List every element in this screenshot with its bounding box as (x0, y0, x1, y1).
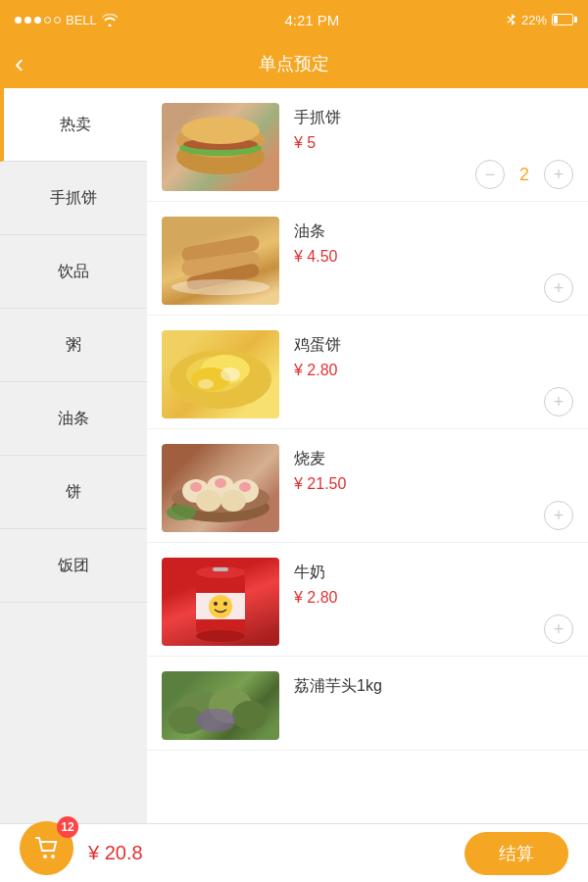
food-list: 手抓饼 ¥ 5 − 2 + (147, 88, 588, 823)
food-item-shouzhuabing: 手抓饼 ¥ 5 − 2 + (147, 88, 588, 202)
increase-btn-niunai[interactable]: + (544, 614, 573, 644)
bluetooth-icon (507, 13, 516, 26)
food-name-shouzhuabing: 手抓饼 (294, 108, 573, 128)
svg-point-29 (239, 482, 251, 492)
food-price-shaomai: ¥ 21.50 (294, 475, 573, 493)
sidebar-label-yinpin: 饮品 (58, 262, 89, 282)
food-info-lipu: 荔浦芋头1kg (294, 671, 573, 740)
svg-point-37 (209, 595, 232, 618)
cart-badge: 12 (57, 816, 78, 838)
sidebar-item-yinpin[interactable]: 饮品 (0, 235, 147, 309)
sidebar-item-bing[interactable]: 饼 (0, 456, 147, 529)
svg-point-48 (196, 709, 235, 732)
food-name-niunai: 牛奶 (294, 563, 573, 583)
food-name-youtiao: 油条 (294, 221, 573, 242)
svg-point-46 (232, 701, 268, 730)
svg-point-28 (215, 478, 226, 488)
food-item-jidanbing: 鸡蛋饼 ¥ 2.80 + (147, 316, 588, 429)
header: ‹ 单点预定 (0, 39, 588, 88)
food-image-lipu (162, 671, 279, 740)
food-price-niunai: ¥ 2.80 (294, 589, 573, 607)
svg-rect-40 (196, 585, 245, 593)
food-image-jidanbing (162, 330, 279, 418)
cart-icon (34, 836, 60, 861)
food-image-niunai (162, 558, 279, 646)
svg-rect-41 (196, 619, 245, 627)
sidebar-item-shouzhuabing[interactable]: 手抓饼 (0, 162, 147, 235)
qty-control-youtiao: + (544, 273, 573, 303)
status-left: BELL (15, 13, 118, 27)
signal-dots (15, 17, 61, 24)
decrease-btn-shouzhuabing[interactable]: − (475, 160, 505, 189)
food-name-shaomai: 烧麦 (294, 449, 573, 469)
food-item-lipu: 荔浦芋头1kg (147, 657, 588, 751)
wifi-icon (102, 14, 118, 26)
food-image-youtiao (162, 217, 279, 305)
svg-rect-42 (213, 567, 228, 571)
food-info-youtiao: 油条 ¥ 4.50 (294, 217, 573, 305)
food-image-shaomai (162, 444, 279, 532)
status-time: 4:21 PM (284, 12, 339, 28)
shaomai-illustration (162, 444, 279, 532)
food-price-jidanbing: ¥ 2.80 (294, 362, 573, 379)
dot-1 (15, 17, 22, 24)
sidebar-label-zhou: 粥 (66, 335, 81, 356)
svg-point-31 (220, 490, 246, 512)
svg-point-50 (51, 855, 55, 858)
svg-point-32 (167, 505, 196, 520)
sidebar-item-youtiao[interactable]: 油条 (0, 382, 147, 456)
food-info-jidanbing: 鸡蛋饼 ¥ 2.80 (294, 330, 573, 418)
food-price-shouzhuabing: ¥ 5 (294, 134, 573, 152)
checkout-button[interactable]: 结算 (465, 832, 568, 875)
dot-3 (34, 17, 41, 24)
food-item-niunai: 牛奶 ¥ 2.80 + (147, 543, 588, 657)
food-image-shouzhuabing (162, 103, 279, 191)
food-info-niunai: 牛奶 ¥ 2.80 (294, 558, 573, 646)
sidebar-label-shouzhuabing: 手抓饼 (50, 188, 97, 209)
battery-percent: 22% (521, 13, 547, 27)
sidebar-item-zhou[interactable]: 粥 (0, 309, 147, 382)
qty-control-jidanbing: + (544, 387, 573, 416)
svg-point-8 (181, 117, 260, 144)
sidebar-label-fantuan: 饭团 (58, 556, 89, 576)
qty-control-shaomai: + (544, 501, 573, 530)
food-item-youtiao: 油条 ¥ 4.50 + (147, 202, 588, 316)
svg-point-27 (190, 482, 202, 492)
increase-btn-jidanbing[interactable]: + (544, 387, 573, 416)
food-illustration (162, 103, 279, 191)
increase-btn-shaomai[interactable]: + (544, 501, 573, 530)
food-price-youtiao: ¥ 4.50 (294, 248, 573, 266)
sidebar-label-remais: 热卖 (60, 115, 91, 135)
food-item-shaomai: 烧麦 ¥ 21.50 + (147, 429, 588, 543)
food-name-lipu: 荔浦芋头1kg (294, 676, 573, 697)
food-name-jidanbing: 鸡蛋饼 (294, 335, 573, 356)
food-info-shaomai: 烧麦 ¥ 21.50 (294, 444, 573, 532)
svg-point-38 (214, 602, 218, 606)
svg-point-35 (196, 630, 245, 642)
dot-4 (44, 17, 51, 24)
svg-line-1 (508, 20, 512, 23)
sidebar-label-bing: 饼 (66, 482, 81, 503)
svg-point-39 (223, 602, 227, 606)
sidebar-item-fantuan[interactable]: 饭团 (0, 529, 147, 603)
cart-button[interactable]: 12 (20, 821, 74, 875)
bottom-bar: 12 ¥ 20.8 结算 (0, 823, 588, 882)
status-bar: BELL 4:21 PM 22% (0, 0, 588, 39)
back-button[interactable]: ‹ (15, 50, 24, 77)
svg-point-19 (220, 368, 240, 381)
increase-btn-youtiao[interactable]: + (544, 273, 573, 303)
dot-2 (24, 17, 31, 24)
jidanbing-illustration (162, 330, 279, 418)
sidebar-item-remais[interactable]: 热卖 (0, 88, 147, 162)
carrier-label: BELL (66, 13, 97, 27)
increase-btn-shouzhuabing[interactable]: + (544, 160, 573, 189)
lipu-illustration (162, 671, 279, 740)
sidebar-label-youtiao: 油条 (58, 409, 89, 429)
qty-value-shouzhuabing: 2 (514, 165, 534, 185)
svg-point-49 (43, 855, 47, 858)
dot-5 (54, 17, 61, 24)
niunai-illustration (162, 558, 279, 646)
svg-point-30 (196, 490, 221, 512)
total-price: ¥ 20.8 (88, 842, 465, 864)
main-layout: 热卖 手抓饼 饮品 粥 油条 饼 饭团 (0, 88, 588, 823)
